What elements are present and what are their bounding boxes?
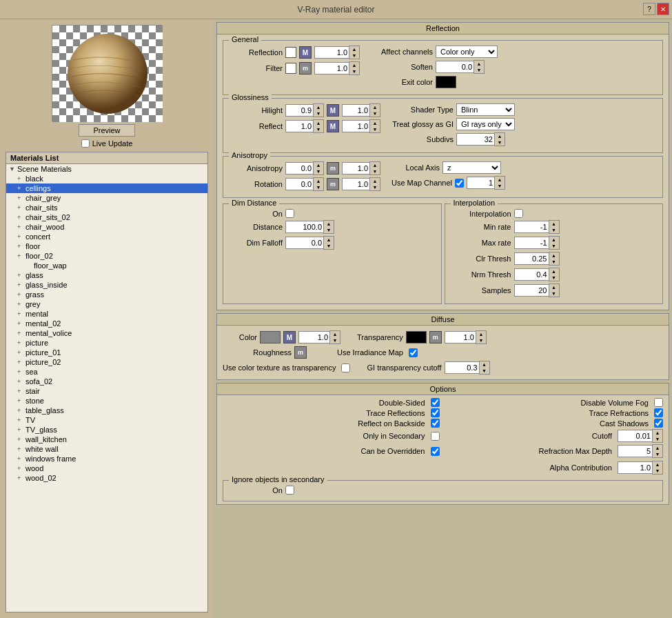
local-axis-select[interactable]: z: [442, 161, 501, 174]
spin-down[interactable]: ▼: [549, 227, 559, 233]
cast-shadows-checkbox[interactable]: [654, 419, 663, 428]
list-item[interactable]: +picture_01: [6, 348, 207, 357]
ignore-on-checkbox[interactable]: [285, 486, 294, 495]
spin-down[interactable]: ▼: [495, 139, 505, 146]
materials-list-container[interactable]: ▼ Scene Materials +black +cellings +chai…: [6, 164, 207, 612]
refraction-max-depth-value[interactable]: [618, 445, 652, 457]
disable-volume-fog-checkbox[interactable]: [654, 398, 663, 407]
affect-channels-select[interactable]: Color only: [436, 46, 498, 58]
spin-up[interactable]: ▲: [314, 178, 323, 184]
list-item[interactable]: +concert: [6, 232, 207, 241]
transparency-color-swatch[interactable]: [406, 331, 427, 343]
reflect-backside-checkbox[interactable]: [431, 419, 440, 428]
close-button[interactable]: ✕: [657, 3, 669, 15]
list-item-windows-frame[interactable]: +windows frame: [6, 454, 207, 464]
soften-value[interactable]: [436, 61, 474, 73]
spin-up[interactable]: ▲: [653, 461, 662, 468]
list-item[interactable]: +floor_02: [6, 251, 207, 261]
subdivs-value[interactable]: [456, 133, 494, 146]
list-item[interactable]: +floor: [6, 241, 207, 251]
list-item[interactable]: +mental_volice: [6, 328, 207, 338]
spin-up[interactable]: ▲: [549, 252, 559, 259]
anisotropy-value2[interactable]: [342, 162, 369, 175]
spin-down[interactable]: ▼: [314, 184, 323, 190]
spin-down[interactable]: ▼: [653, 436, 662, 442]
map-channel-value[interactable]: [467, 177, 494, 189]
spin-down[interactable]: ▼: [314, 110, 323, 117]
double-sided-checkbox[interactable]: [431, 398, 440, 407]
min-rate-value[interactable]: [514, 221, 549, 233]
list-item[interactable]: +wall_kitchen: [6, 435, 207, 444]
spin-down[interactable]: ▼: [495, 183, 505, 189]
spin-up[interactable]: ▲: [324, 221, 334, 227]
list-item-white-wall[interactable]: +white wall: [6, 444, 207, 454]
list-item[interactable]: +glass: [6, 270, 207, 280]
list-item[interactable]: +picture: [6, 338, 207, 348]
spin-up[interactable]: ▲: [480, 361, 489, 368]
list-item[interactable]: floor_wap: [6, 261, 207, 270]
spin-down[interactable]: ▼: [324, 227, 334, 233]
filter-m-btn[interactable]: m: [299, 62, 312, 74]
reflection-color-swatch[interactable]: [285, 47, 296, 58]
rotation-value1[interactable]: [285, 178, 313, 190]
spin-up[interactable]: ▲: [370, 162, 380, 168]
max-rate-value[interactable]: [514, 237, 549, 249]
spin-down[interactable]: ▼: [349, 68, 359, 74]
reflection-m-btn[interactable]: M: [299, 46, 312, 59]
gi-transparency-value[interactable]: [445, 361, 479, 374]
spin-up[interactable]: ▲: [495, 177, 505, 183]
filter-color-swatch[interactable]: [285, 63, 296, 74]
reflect-value2[interactable]: [342, 120, 369, 132]
spin-up[interactable]: ▲: [653, 445, 662, 451]
list-item[interactable]: +picture_02: [6, 357, 207, 367]
cutoff-value[interactable]: [618, 430, 652, 442]
spin-down[interactable]: ▼: [476, 337, 486, 343]
spin-down[interactable]: ▼: [370, 110, 380, 117]
list-item-selected[interactable]: +cellings: [6, 183, 207, 193]
list-item[interactable]: +table_glass: [6, 406, 207, 415]
color-texture-checkbox[interactable]: [341, 363, 350, 372]
spin-up[interactable]: ▲: [370, 178, 380, 184]
transparency-value[interactable]: [445, 331, 476, 343]
distance-value[interactable]: [285, 221, 323, 233]
dim-on-checkbox[interactable]: [285, 209, 294, 218]
use-map-channel-checkbox[interactable]: [455, 179, 464, 188]
spin-down[interactable]: ▼: [370, 184, 380, 190]
spin-up[interactable]: ▲: [549, 237, 559, 243]
trace-reflections-checkbox[interactable]: [431, 408, 440, 417]
spin-down[interactable]: ▼: [549, 290, 559, 297]
dim-falloff-value[interactable]: [285, 237, 323, 249]
spin-up[interactable]: ▲: [314, 162, 323, 168]
list-item[interactable]: +grass: [6, 290, 207, 299]
spin-up[interactable]: ▲: [324, 237, 334, 243]
list-item[interactable]: +stone: [6, 396, 207, 406]
rotation-value2[interactable]: [342, 178, 369, 190]
anisotropy-value1[interactable]: [285, 162, 313, 175]
spin-up[interactable]: ▲: [653, 430, 662, 436]
list-item[interactable]: +black: [6, 174, 207, 183]
spin-up[interactable]: ▲: [314, 104, 323, 110]
spin-up[interactable]: ▲: [314, 120, 323, 126]
spin-up[interactable]: ▲: [474, 61, 484, 67]
exit-color-swatch[interactable]: [436, 76, 456, 88]
rotation-m-btn[interactable]: m: [327, 178, 339, 190]
preview-button[interactable]: Preview: [79, 124, 134, 137]
spin-up[interactable]: ▲: [476, 331, 486, 337]
list-item[interactable]: +wood_02: [6, 473, 207, 483]
spin-up[interactable]: ▲: [549, 221, 559, 227]
list-item[interactable]: +sea: [6, 367, 207, 377]
list-item[interactable]: +stair: [6, 386, 207, 396]
treat-glossy-select[interactable]: GI rays only: [456, 118, 515, 130]
list-item[interactable]: +mental: [6, 309, 207, 319]
reflect-m-btn[interactable]: M: [327, 120, 339, 132]
spin-down[interactable]: ▼: [653, 451, 662, 457]
spin-down[interactable]: ▼: [474, 67, 484, 73]
can-be-overridden-checkbox[interactable]: [431, 447, 440, 456]
interp-on-checkbox[interactable]: [514, 209, 523, 218]
use-irradiance-checkbox[interactable]: [409, 348, 418, 357]
spin-up[interactable]: ▲: [370, 120, 380, 126]
list-item[interactable]: +TV: [6, 415, 207, 425]
spin-up[interactable]: ▲: [349, 46, 359, 52]
hilight-value1[interactable]: [285, 104, 313, 117]
help-button[interactable]: ?: [643, 3, 655, 15]
